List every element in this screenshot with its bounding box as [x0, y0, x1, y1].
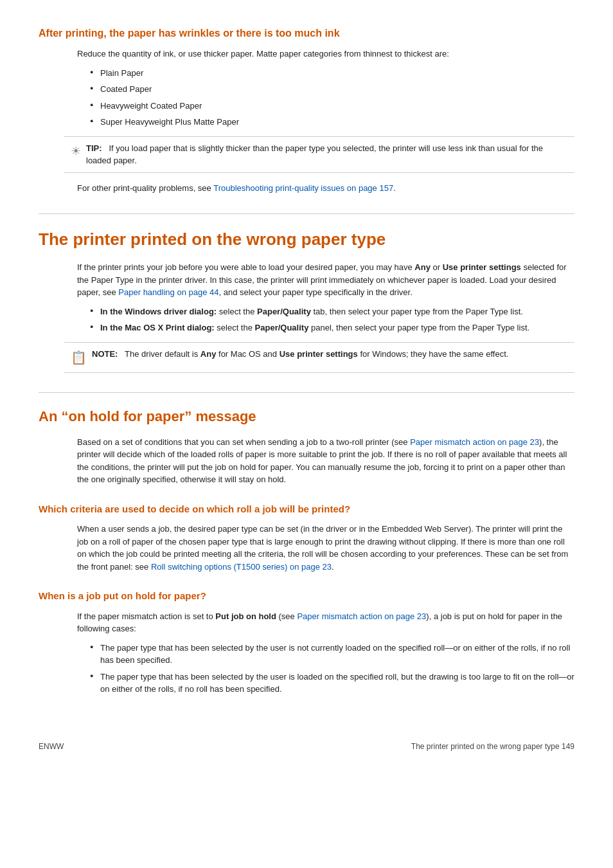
note-bold2: Use printer settings — [280, 349, 358, 359]
list-item: In the Mac OS X Print dialog: select the… — [90, 321, 574, 334]
bullet1-text: select the — [217, 307, 257, 316]
subsection1-text: When a user sends a job, the desired pap… — [77, 523, 574, 573]
section2-intro: If the printer prints your job before yo… — [77, 261, 574, 299]
subsection1-heading: Which criteria are used to decide on whi… — [39, 502, 574, 517]
bullet2-bold2: Paper/Quality — [255, 323, 309, 332]
subsection2-link[interactable]: Paper mismatch action on page 23 — [297, 611, 426, 621]
list-item: Heavyweight Coated Paper — [90, 100, 574, 113]
section1-intro: Reduce the quantity of ink, or use thick… — [77, 48, 574, 60]
section1-footer-link[interactable]: Troubleshooting print-quality issues on … — [213, 183, 393, 193]
section2-bold1: Any — [414, 262, 431, 272]
section-wrong-paper-type: The printer printed on the wrong paper t… — [39, 213, 574, 373]
bullet1-text2: tab, then select your paper type from th… — [311, 307, 523, 316]
section2-link1[interactable]: Paper handling on page 44 — [118, 287, 218, 297]
footer-right: The printer printed on the wrong paper t… — [411, 741, 574, 752]
note-bold1: Any — [200, 349, 217, 359]
section1-bullet-list: Plain Paper Coated Paper Heavyweight Coa… — [90, 67, 574, 129]
tip-label: TIP: — [86, 143, 102, 153]
note-mid: for Mac OS and — [216, 349, 279, 359]
list-item: The paper type that has been selected by… — [90, 671, 574, 696]
subsection2-intro-text: If the paper mismatch action is set to — [77, 611, 215, 621]
section1-heading: After printing, the paper has wrinkles o… — [39, 26, 574, 41]
subsection-criteria: Which criteria are used to decide on whi… — [39, 502, 574, 574]
section2-intro-text: If the printer prints your job before yo… — [77, 262, 414, 272]
subsection2-mid: (see — [276, 611, 298, 621]
list-item: Plain Paper — [90, 67, 574, 80]
section1-footer-text: For other print-quality problems, see — [77, 183, 213, 193]
footer-left: ENWW — [39, 741, 64, 752]
bullet2-bold: In the Mac OS X Print dialog: — [100, 323, 215, 332]
note-box: 📋 NOTE: The driver default is Any for Ma… — [64, 342, 574, 373]
section3-heading: An “on hold for paper” message — [39, 392, 574, 427]
bullet1-bold: In the Windows driver dialog: — [100, 307, 217, 316]
note-content: NOTE: The driver default is Any for Mac … — [92, 348, 508, 361]
section2-bold2: Use printer settings — [443, 262, 521, 272]
list-item: The paper type that has been selected by… — [90, 642, 574, 667]
note-label: NOTE: — [92, 349, 118, 359]
section-wrinkles: After printing, the paper has wrinkles o… — [39, 26, 574, 194]
list-item: In the Windows driver dialog: select the… — [90, 305, 574, 318]
subsection2-bullet-list: The paper type that has been selected by… — [90, 642, 574, 696]
subsection1-text-end: . — [332, 562, 334, 572]
section2-intro-end: , and select your paper type specificall… — [218, 287, 412, 297]
section2-bullet-list: In the Windows driver dialog: select the… — [90, 305, 574, 334]
list-item: Super Heavyweight Plus Matte Paper — [90, 116, 574, 129]
page-footer: ENWW The printer printed on the wrong pa… — [39, 734, 574, 752]
note-end: for Windows; they have the same effect. — [358, 349, 509, 359]
subsection2-heading: When is a job put on hold for paper? — [39, 589, 574, 604]
section2-intro-mid: or — [431, 262, 443, 272]
subsection2-bold: Put job on hold — [215, 611, 276, 621]
list-item: Coated Paper — [90, 83, 574, 96]
section1-footer: For other print-quality problems, see Tr… — [77, 182, 574, 195]
bullet2-text2: panel, then select your paper type from … — [308, 323, 529, 332]
section-on-hold: An “on hold for paper” message Based on … — [39, 392, 574, 696]
subsection1-link[interactable]: Roll switching options (T1500 series) on… — [151, 562, 332, 572]
subsection2-intro: If the paper mismatch action is set to P… — [77, 610, 574, 635]
bullet1-bold2: Paper/Quality — [257, 307, 311, 316]
tip-text: If you load paper that is slightly thick… — [86, 143, 543, 166]
section3-intro-text: Based on a set of conditions that you ca… — [77, 437, 410, 447]
tip-content: TIP: If you load paper that is slightly … — [86, 142, 568, 167]
note-icon: 📋 — [71, 348, 87, 367]
section3-link1[interactable]: Paper mismatch action on page 23 — [410, 437, 539, 447]
section2-heading: The printer printed on the wrong paper t… — [39, 213, 574, 252]
section3-intro: Based on a set of conditions that you ca… — [77, 436, 574, 486]
note-text: The driver default is — [125, 349, 200, 359]
tip-icon: ☀ — [71, 143, 81, 160]
bullet2-text: select the — [215, 323, 255, 332]
subsection-when-hold: When is a job put on hold for paper? If … — [39, 589, 574, 696]
tip-box: ☀ TIP: If you load paper that is slightl… — [64, 136, 574, 173]
section1-footer-period: . — [393, 183, 396, 193]
